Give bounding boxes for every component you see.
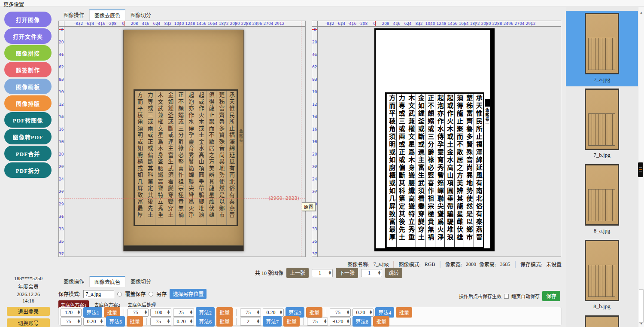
original-scan-canvas[interactable]: 承天惟民所止福澤綿延風有南北俗有秦燕晉楚秭富齊魯多賢殊音尚異地勢使然是以鄉市須得… (123, 30, 244, 251)
algo-param-input[interactable]: 75▲▼ (330, 309, 351, 317)
overwrite-radio[interactable] (117, 292, 122, 296)
sidebar-button-image-layout[interactable]: 图像排版 (4, 95, 52, 111)
spin-down-icon[interactable]: ▼ (347, 321, 349, 324)
scroll-up-icon[interactable]: ▲ (638, 10, 644, 15)
spinner-arrows[interactable]: ▲▼ (76, 318, 81, 325)
spin-down-icon[interactable]: ▼ (324, 321, 326, 324)
spinner-arrows[interactable]: ▲▼ (328, 269, 332, 277)
thumbnail-7_b[interactable]: 7_b.jpg (566, 86, 638, 162)
spin-down-icon[interactable]: ▼ (347, 312, 349, 315)
spinner-arrows[interactable]: ▲▼ (166, 309, 171, 316)
thumbnail-next[interactable] (566, 313, 638, 327)
sidebar-button-open-image[interactable]: 打开图像 (4, 12, 52, 27)
next-image-button[interactable]: 下一张 (336, 268, 358, 278)
save-as-radio[interactable] (149, 292, 153, 296)
jump-button[interactable]: 跳转 (385, 268, 402, 278)
spin-down-icon[interactable]: ▼ (190, 312, 192, 315)
spinner-arrows[interactable]: ▲▼ (377, 269, 382, 277)
tab-remove-bg-bottom[interactable]: 图像去底色 (89, 276, 125, 287)
spinner-arrows[interactable]: ▲▼ (99, 318, 104, 325)
algo-button-8[interactable]: 算法8 (352, 316, 371, 327)
batch-button-3[interactable]: 批量 (306, 307, 322, 318)
sidebar-button-image-board[interactable]: 图像画板 (4, 79, 52, 94)
prev-page-input[interactable]: 1▲▼ (312, 269, 333, 277)
algo-param-input[interactable]: 120▲▼ (61, 309, 82, 317)
logout-button[interactable]: 退出登录 (7, 307, 50, 316)
spin-down-icon[interactable]: ▼ (78, 312, 80, 315)
sidebar-button-image-to-pdf[interactable]: 图像转PDF (4, 129, 52, 144)
spinner-arrows[interactable]: ▲▼ (189, 318, 194, 325)
algo-param-input[interactable]: 100▲▼ (150, 309, 171, 317)
algo-param-input[interactable]: -0.20▲▼ (330, 318, 351, 326)
thumbnail-8_b[interactable]: 8_b.jpg (566, 238, 638, 313)
algo-param-input[interactable]: 75▲▼ (61, 318, 82, 326)
spinner-arrows[interactable]: ▲▼ (76, 309, 81, 316)
processed-image-panel[interactable]: -832-624-416-208020841662483210401248145… (312, 21, 561, 257)
tab-image-split-bottom[interactable]: 图像切分 (125, 275, 156, 287)
save-as-radio-label[interactable]: 另存 (156, 290, 167, 298)
processed-image-canvas[interactable]: 承天惟民所止福澤綿延風有南北俗有秦燕晉楚秭富齊魯多賢殊音尚異地勢使然是以鄉市須得… (374, 28, 495, 251)
spinner-arrows[interactable]: ▲▼ (279, 309, 283, 316)
tab-image-ops-bottom[interactable]: 图像操作 (58, 275, 89, 287)
algo-param-input[interactable]: 75▲▼ (240, 309, 261, 317)
algo-button-7[interactable]: 算法7 (263, 316, 282, 327)
spin-down-icon[interactable]: ▼ (280, 312, 282, 315)
algo-param-input[interactable]: 2▲▼ (240, 318, 261, 326)
spinner-arrows[interactable]: ▲▼ (256, 318, 261, 325)
sidebar-button-label-maker[interactable]: 题签制作 (4, 62, 52, 77)
sidebar-button-open-folder[interactable]: 打开文件夹 (4, 28, 52, 44)
tab-remove-bg-top[interactable]: 图像去底色 (89, 9, 125, 21)
spin-down-icon[interactable]: ▼ (257, 321, 259, 324)
spinner-arrows[interactable]: ▲▼ (143, 309, 148, 316)
spin-down-icon[interactable]: ▼ (78, 321, 80, 324)
choose-save-location-button[interactable]: 选择另存位置 (170, 289, 207, 299)
batch-button-5[interactable]: 批量 (127, 316, 143, 327)
algo-param-input[interactable]: 0.20▲▼ (83, 318, 104, 326)
jump-page-input[interactable]: 1▲▼ (361, 269, 382, 277)
tab-image-ops-top[interactable]: 图像操作 (58, 9, 89, 21)
spinner-arrows[interactable]: ▲▼ (323, 318, 328, 325)
algo-param-input[interactable]: 75▲▼ (307, 318, 328, 326)
menu-more-settings[interactable]: 更多设置 (3, 0, 24, 8)
scrollbar-thumb[interactable] (639, 289, 644, 323)
algo-param-input[interactable]: 0.20▲▼ (173, 318, 194, 326)
spinner-arrows[interactable]: ▲▼ (166, 318, 171, 325)
auto-save-label[interactable]: 翻页自动保存 (511, 293, 540, 299)
filename-input[interactable] (83, 290, 114, 298)
scroll-down-icon[interactable]: ▼ (638, 321, 644, 326)
thumbnail-8_a[interactable]: 8_a.jpg (566, 162, 638, 238)
algo-param-input[interactable]: 75▲▼ (150, 318, 171, 326)
spin-down-icon[interactable]: ▼ (167, 321, 170, 324)
save-button[interactable]: 保存 (542, 291, 560, 301)
spin-down-icon[interactable]: ▼ (145, 312, 147, 315)
batch-button-7[interactable]: 批量 (283, 316, 300, 327)
sidebar-button-pdf-to-image[interactable]: PDF转图像 (4, 112, 52, 128)
prev-image-button[interactable]: 上一张 (286, 268, 309, 278)
batch-button-8[interactable]: 批量 (373, 316, 389, 327)
algo-button-1[interactable]: 算法1 (83, 307, 102, 318)
algo-param-input[interactable]: 25▲▼ (173, 309, 194, 317)
algo-param-input[interactable]: 75▲▼ (128, 309, 149, 317)
spinner-arrows[interactable]: ▲▼ (346, 309, 350, 316)
spin-down-icon[interactable]: ▼ (100, 321, 103, 324)
batch-button-6[interactable]: 批量 (216, 316, 233, 327)
switch-account-button[interactable]: 切换账号 (7, 318, 50, 327)
spin-down-icon[interactable]: ▼ (190, 321, 192, 324)
sidebar-button-pdf-merge[interactable]: PDF合并 (4, 146, 52, 161)
original-image-panel[interactable]: -832-624-416-208020841662483210401248145… (58, 21, 306, 257)
spin-down-icon[interactable]: ▼ (370, 312, 372, 315)
spin-down-icon[interactable]: ▼ (329, 273, 331, 275)
tab-image-split-top[interactable]: 图像切分 (125, 9, 156, 21)
auto-save-checkbox[interactable] (504, 294, 509, 299)
panel-collapse-handle[interactable] (638, 162, 643, 177)
spinner-arrows[interactable]: ▲▼ (189, 309, 194, 316)
sidebar-button-image-stitch[interactable]: 图像拼接 (4, 45, 52, 61)
algo-param-input[interactable]: 0.20▲▼ (263, 309, 284, 317)
spinner-arrows[interactable]: ▲▼ (346, 318, 350, 325)
spin-down-icon[interactable]: ▼ (257, 312, 259, 315)
overwrite-radio-label[interactable]: 覆盖保存 (125, 290, 146, 298)
thumbnail-7_a[interactable]: 7_a.jpg (566, 11, 638, 86)
batch-button-4[interactable]: 批量 (396, 307, 412, 318)
algo-param-input[interactable]: 0.20▲▼ (352, 309, 374, 317)
spin-down-icon[interactable]: ▼ (167, 312, 170, 315)
